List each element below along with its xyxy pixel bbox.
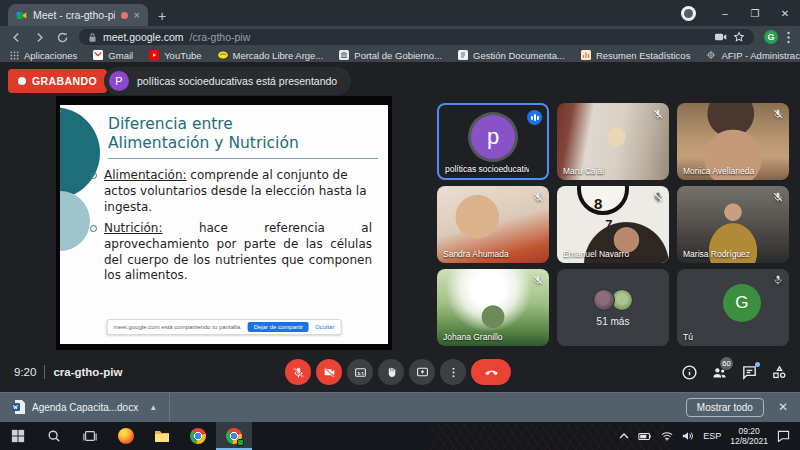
download-caret-icon[interactable]: ▲ [149,403,157,412]
divider [44,365,45,379]
word-doc-icon [12,400,25,414]
tab-close-icon[interactable]: × [134,10,140,21]
camera-toggle-button[interactable] [316,359,342,385]
bookmark-mercadolibre[interactable]: Mercado Libre Arge... [218,50,324,61]
participant-name: Maru Cajal [563,166,651,176]
volume-icon[interactable] [682,431,694,441]
bullet-term: Nutrición: [104,221,162,235]
slide-title-line1: Diferencia entre [108,115,378,134]
bookmark-label: Resumen Estadísticos [596,50,691,61]
stop-sharing-button[interactable]: Dejar de compartir [248,322,309,332]
tile-emanuel-navarro[interactable]: 8 7 Emanuel Navarro [557,186,669,263]
recording-label: GRABANDO [32,75,97,87]
camera-in-use-icon[interactable] [715,32,727,42]
recording-dot-icon [18,77,26,85]
camera-off-icon [323,366,336,379]
bookmark-portal-gobierno[interactable]: Portal de Gobierno... [339,50,442,61]
tile-johana-granillo[interactable]: Johana Granillo [437,269,549,346]
more-options-button[interactable] [440,359,466,385]
mic-toggle-button[interactable] [285,359,311,385]
chrome-share-bar: meet.google.com está compartiendo tu pan… [107,319,342,335]
participant-name: Sandra Ahumada [443,249,531,259]
screen-share-indicator-icon [237,439,244,446]
taskbar-chrome-active[interactable] [216,422,252,450]
tile-maru-cajal[interactable]: Maru Cajal [557,103,669,180]
bookmark-resumen-estadisticos[interactable]: Resumen Estadísticos [581,50,691,61]
present-screen-button[interactable] [409,359,435,385]
language-indicator[interactable]: ESP [703,431,721,441]
slide-decor-circle-light [60,191,90,251]
show-all-downloads-button[interactable]: Mostrar todo [686,398,764,417]
tile-marisa-rodriguez[interactable]: Marisa Rodríguez [677,186,789,263]
hide-share-bar-link[interactable]: Ocultar [315,324,334,330]
window-restore-button[interactable]: ❐ [740,0,770,26]
mic-off-icon [652,108,664,120]
divider [169,392,170,422]
meeting-details-button[interactable] [681,364,698,381]
bullet-term: Alimentación: [104,168,187,182]
start-button[interactable] [0,422,36,450]
tile-politicas-socioeducativas[interactable]: p políticas socioeducativ... [437,103,549,180]
taskbar-clock[interactable]: 09:20 12/8/2021 [730,426,768,446]
bookmark-apps[interactable]: Aplicaciones [10,50,77,61]
reload-icon[interactable] [56,31,69,44]
screen-share-frame: Diferencia entre Alimentación y Nutrició… [56,96,392,350]
slide-title-line2: Alimentación y Nutrición [108,134,378,153]
mic-off-icon [292,366,305,379]
bookmark-label: Portal de Gobierno... [354,50,442,61]
profile-avatar[interactable]: G [764,30,778,44]
battery-icon[interactable] [638,432,652,441]
tile-you[interactable]: G Tú [677,269,789,346]
address-bar[interactable]: meet.google.com/cra-gtho-piw [79,29,754,45]
tile-more-participants[interactable]: 51 más [557,269,669,346]
share-bar-text: meet.google.com está compartiendo tu pan… [114,324,242,330]
windows-logo-icon [11,429,25,443]
url-path: /cra-gtho-piw [190,31,251,43]
taskbar-file-explorer[interactable] [144,422,180,450]
more-participants-avatars [593,289,633,311]
download-item[interactable]: Agenda Capacita...docx ▲ [0,392,169,422]
mic-off-icon [652,191,664,203]
slide-bullet-nutricion: Nutrición: hace referencia al aprovecham… [90,221,372,285]
download-bar: Agenda Capacita...docx ▲ Mostrar todo ✕ [0,392,800,422]
bookmark-star-icon[interactable] [733,31,745,43]
download-file-name: Agenda Capacita...docx [32,402,138,413]
raise-hand-button[interactable] [378,359,404,385]
task-view-button[interactable] [72,422,108,450]
participants-button[interactable]: 60 [711,364,728,381]
meet-side-controls: 60 [681,352,788,392]
window-profile-avatar[interactable] [681,6,696,21]
mic-off-icon [532,191,544,203]
back-icon[interactable] [10,31,23,44]
taskbar-date: 12/8/2021 [730,436,768,446]
window-close-button[interactable]: ✕ [770,0,800,26]
taskbar-firefox[interactable] [108,422,144,450]
activities-button[interactable] [771,364,788,381]
window-minimize-button[interactable]: – [710,0,740,26]
tray-expand-icon[interactable] [619,432,629,440]
tile-sandra-ahumada[interactable]: Sandra Ahumada [437,186,549,263]
download-bar-close-icon[interactable]: ✕ [778,400,788,414]
task-view-icon [83,429,97,443]
chat-button[interactable] [741,364,758,381]
taskbar-search-button[interactable] [36,422,72,450]
bookmark-youtube[interactable]: YouTube [149,50,201,61]
forward-icon[interactable] [33,31,46,44]
bookmark-afip[interactable]: AFIP - Administraci... [706,50,800,61]
more-participants-label: 51 más [597,316,630,327]
network-icon[interactable] [661,431,673,441]
window-controls: – ❐ ✕ [681,0,800,26]
action-center-icon[interactable] [777,430,790,442]
taskbar-chrome[interactable] [180,422,216,450]
browser-tab-meet[interactable]: Meet - cra-gtho-piw × [8,4,148,26]
leave-call-button[interactable] [471,359,511,385]
youtube-icon [149,50,159,60]
bookmark-gestion-documental[interactable]: Gestión Documenta... [458,50,565,61]
system-tray: ESP 09:20 12/8/2021 [619,426,800,446]
tile-monica-avellaneda[interactable]: Monica Avellaneda [677,103,789,180]
bookmark-gmail[interactable]: Gmail [93,50,133,61]
new-tab-button[interactable]: + [158,9,166,23]
browser-menu-icon[interactable] [787,31,790,44]
captions-button[interactable] [347,359,373,385]
presenting-banner: P políticas socioeducativas está present… [104,67,351,95]
